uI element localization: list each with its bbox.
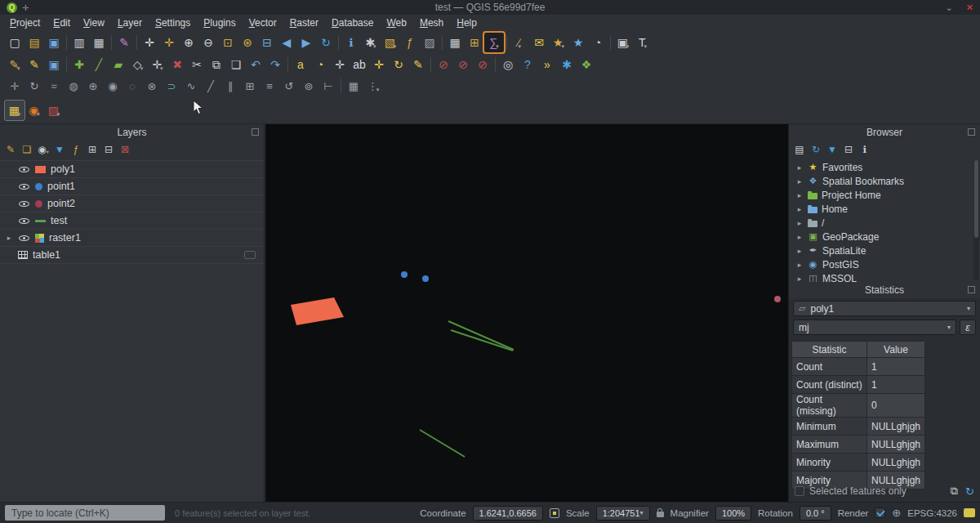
selected-features-only-checkbox[interactable] <box>795 486 804 496</box>
move-label-icon[interactable]: ✛ <box>369 55 389 74</box>
filter-legend-expression-icon[interactable]: ƒ <box>69 142 83 157</box>
layer-diagram-icon[interactable]: ◔ <box>310 55 330 74</box>
layer-visibility-toggle[interactable] <box>18 199 30 209</box>
layer-row-poly1[interactable]: poly1 <box>0 161 264 178</box>
delete-ring-icon[interactable]: ◌ <box>122 76 142 96</box>
browser-properties-icon[interactable]: ℹ <box>858 142 872 157</box>
collapse-all-browser-icon[interactable]: ⊟ <box>841 142 856 157</box>
run-feature-action-icon[interactable]: ✱▾ <box>361 33 381 52</box>
show-layout-manager-icon[interactable]: ▦ <box>89 33 109 52</box>
expand-icon[interactable]: ▸ <box>5 234 13 242</box>
delete-part-icon[interactable]: ⊗ <box>142 76 162 96</box>
pan-map-icon[interactable]: ✛ <box>140 33 159 52</box>
browser-item-root[interactable]: ▸/ <box>789 216 972 230</box>
menu-vector[interactable]: Vector <box>243 16 283 30</box>
save-layer-edits-icon[interactable]: ▣ <box>44 55 64 74</box>
add-polygon-feature-icon[interactable]: ▰ <box>109 55 128 74</box>
add-selected-layers-icon[interactable]: ▤ <box>792 142 807 157</box>
layer-row-point2[interactable]: point2 <box>0 195 264 212</box>
expand-icon[interactable]: ▸ <box>795 163 804 172</box>
fill-ring-icon[interactable]: ◉ <box>103 76 122 96</box>
zoom-out-icon[interactable]: ⊖ <box>198 33 218 52</box>
browser-scrollbar[interactable] <box>973 160 979 280</box>
layer-labeling-icon[interactable]: a <box>291 55 310 74</box>
add-point-feature-icon[interactable]: ✚ <box>69 55 89 74</box>
collapse-all-icon[interactable]: ⊟ <box>101 142 116 157</box>
layer-visibility-toggle[interactable] <box>18 216 30 226</box>
move-feature-icon[interactable]: ✛▾ <box>148 55 167 74</box>
redo-icon[interactable]: ↷ <box>265 55 285 74</box>
scale-combo[interactable]: 1:204751 ▾ <box>596 506 650 521</box>
text-annotation-icon[interactable]: T▾ <box>633 33 653 52</box>
close-window-button[interactable]: ✕ <box>966 2 973 13</box>
plugin-manager-icon[interactable]: ❖ <box>577 55 596 74</box>
select-by-expression-icon[interactable]: ƒ <box>400 33 420 52</box>
zoom-to-layer-icon[interactable]: ⊟ <box>257 33 277 52</box>
cut-features-icon[interactable]: ✂ <box>187 55 207 74</box>
menu-plugins[interactable]: Plugins <box>197 16 242 30</box>
save-project-icon[interactable]: ▣ <box>44 33 64 52</box>
locate-input[interactable]: Type to locate (Ctrl+K) <box>5 505 165 521</box>
current-edits-icon[interactable]: ✎▾ <box>5 55 24 74</box>
map-canvas[interactable] <box>265 124 788 502</box>
zoom-full-extent-icon[interactable]: ⊡ <box>218 33 238 52</box>
reshape-features-icon[interactable]: ∿ <box>181 76 201 96</box>
zoom-to-selection-icon[interactable]: ⊛ <box>238 33 257 52</box>
paste-features-icon[interactable]: ❏ <box>226 55 246 74</box>
copy-features-icon[interactable]: ⧉ <box>207 55 226 74</box>
expand-all-icon[interactable]: ⊞ <box>85 142 100 157</box>
zoom-in-icon[interactable]: ⊕ <box>179 33 198 52</box>
new-print-layout-icon[interactable]: ▥ <box>69 33 89 52</box>
show-spatial-bookmarks-icon[interactable]: ★ <box>568 33 588 52</box>
scrollbar-handle[interactable] <box>974 160 978 238</box>
menu-project[interactable]: Project <box>3 16 47 30</box>
layer-visibility-toggle[interactable] <box>18 181 30 192</box>
expand-icon[interactable]: ▸ <box>795 247 804 255</box>
messages-icon[interactable] <box>964 508 975 517</box>
layer-visibility-toggle[interactable] <box>18 233 30 244</box>
layer-row-table1[interactable]: table1 <box>0 247 264 264</box>
browser-item-favorites[interactable]: ▸★Favorites <box>789 160 972 174</box>
menu-layer[interactable]: Layer <box>111 16 149 30</box>
expand-icon[interactable]: ▸ <box>795 177 804 186</box>
expand-icon[interactable]: ▸ <box>795 205 804 213</box>
browser-item-postgis[interactable]: ▸◉PostGIS <box>789 257 972 271</box>
vertex-tool-icon[interactable]: ◇▾ <box>128 55 148 74</box>
magnifier-input[interactable]: 100% <box>715 506 751 521</box>
statistics-field-combo[interactable]: mj ▾ <box>793 320 956 335</box>
menu-settings[interactable]: Settings <box>149 16 197 30</box>
refresh-statistics-icon[interactable]: ↻ <box>965 485 974 498</box>
float-panel-icon[interactable] <box>968 128 975 136</box>
add-ring-icon[interactable]: ◍ <box>64 76 83 96</box>
filter-legend-icon[interactable]: ▼ <box>52 142 67 157</box>
menu-raster[interactable]: Raster <box>283 16 325 30</box>
digitizing-options-icon[interactable]: ⋮▾ <box>363 76 383 96</box>
merge-feature-attributes-icon[interactable]: ≡ <box>260 76 279 96</box>
coordinate-input[interactable]: 1.6241,0.6656 <box>473 506 543 521</box>
mesh-select-icon[interactable]: ⊘ <box>473 55 492 74</box>
add-group-icon[interactable]: ❏ <box>20 142 34 157</box>
float-panel-icon[interactable] <box>968 286 975 293</box>
open-attribute-table-icon[interactable]: ▦ <box>445 33 465 52</box>
zoom-next-icon[interactable]: ▶ <box>296 33 316 52</box>
copy-statistics-icon[interactable]: ⧉ <box>951 485 958 498</box>
add-part-icon[interactable]: ⊕ <box>83 76 103 96</box>
pin-labels-icon[interactable]: ✛ <box>330 55 350 74</box>
browser-item-mssql[interactable]: ▸◫MSSQL <box>789 271 972 282</box>
undo-icon[interactable]: ↶ <box>246 55 265 74</box>
expand-icon[interactable]: ▸ <box>795 261 804 269</box>
deselect-all-icon[interactable]: ▨ <box>420 33 439 52</box>
shade-window-button[interactable]: ⌄ <box>946 2 953 13</box>
split-features-icon[interactable]: ╱ <box>201 76 220 96</box>
zoom-last-icon[interactable]: ◀ <box>277 33 296 52</box>
expand-icon[interactable]: ▸ <box>795 275 804 283</box>
simplify-feature-icon[interactable]: ≈ <box>44 76 64 96</box>
browser-item-spatialite[interactable]: ▸✒SpatiaLite <box>789 244 972 257</box>
move-feature-copy-icon[interactable]: ✛ <box>5 76 24 96</box>
rotate-label-icon[interactable]: ↻ <box>389 55 408 74</box>
trim-extend-icon[interactable]: ⊢ <box>318 76 338 96</box>
crs-status[interactable]: EPSG:4326 <box>907 508 957 518</box>
menu-view[interactable]: View <box>77 16 111 30</box>
browser-item-geopackage[interactable]: ▸▣GeoPackage <box>789 230 972 244</box>
new-project-icon[interactable]: ▢ <box>5 33 24 52</box>
